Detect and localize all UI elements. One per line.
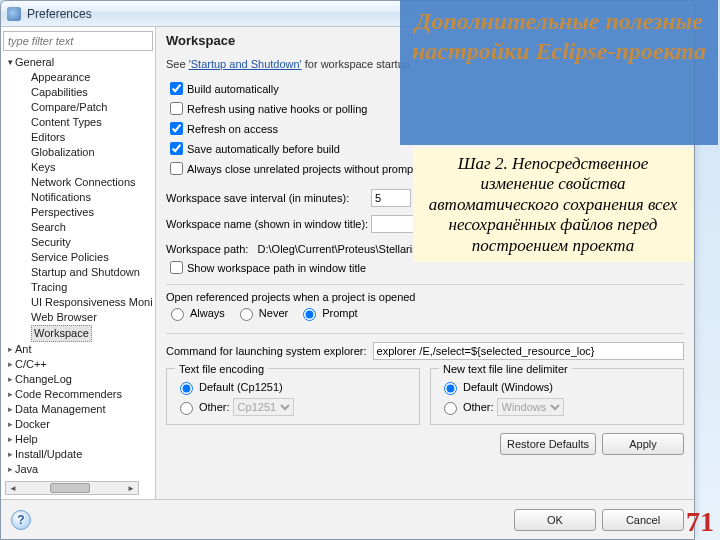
tree-item-label: Web Browser (31, 310, 97, 325)
radio-option[interactable]: Always (166, 305, 225, 321)
cancel-button[interactable]: Cancel (602, 509, 684, 531)
tree-item-label: Install/Update (15, 447, 82, 462)
show-path-checkbox[interactable] (170, 261, 183, 274)
tree-item[interactable]: Globalization (5, 145, 153, 160)
delimiter-other-select[interactable]: Windows (497, 398, 564, 416)
tree-item[interactable]: ▸ChangeLog (5, 372, 153, 387)
tree-item[interactable]: Startup and Shutdown (5, 265, 153, 280)
chevron-right-icon[interactable]: ▸ (5, 402, 15, 417)
tree-item[interactable]: Tracing (5, 280, 153, 295)
app-icon (7, 7, 21, 21)
command-label: Command for launching system explorer: (166, 345, 367, 357)
tree-item[interactable]: Keys (5, 160, 153, 175)
tree-item[interactable]: Service Policies (5, 250, 153, 265)
tree-item-label: Perspectives (31, 205, 94, 220)
chevron-right-icon[interactable]: ▸ (5, 342, 15, 357)
tree-item[interactable]: Web Browser (5, 310, 153, 325)
tree-item[interactable]: ▸Code Recommenders (5, 387, 153, 402)
encoding-other-radio[interactable] (180, 402, 193, 415)
tree-item[interactable]: Security (5, 235, 153, 250)
checkbox-label: Refresh on access (187, 123, 278, 135)
encoding-other-label: Other: (199, 401, 230, 413)
chevron-right-icon[interactable]: ▸ (5, 447, 15, 462)
tree-item[interactable]: Network Connections (5, 175, 153, 190)
open-ref-radio-group: AlwaysNeverPrompt (166, 305, 684, 321)
tree-item[interactable]: Notifications (5, 190, 153, 205)
checkbox[interactable] (170, 102, 183, 115)
encoding-group: Text file encoding Default (Cp1251) Othe… (166, 368, 420, 425)
sidebar: ▾GeneralAppearanceCapabilitiesCompare/Pa… (1, 27, 156, 499)
preferences-tree[interactable]: ▾GeneralAppearanceCapabilitiesCompare/Pa… (3, 55, 153, 495)
slide-title-overlay: Дополнительные полезные настройки Eclips… (400, 0, 718, 145)
tree-item-label: Java (15, 462, 38, 477)
tree-item-label: Data Management (15, 402, 106, 417)
delimiter-other-radio[interactable] (444, 402, 457, 415)
tree-item-label: Compare/Patch (31, 100, 107, 115)
tree-item-label: Editors (31, 130, 65, 145)
tree-item-label: Docker (15, 417, 50, 432)
tree-item[interactable]: ▸Help (5, 432, 153, 447)
tree-item[interactable]: ▸Install/Update (5, 447, 153, 462)
checkbox[interactable] (170, 142, 183, 155)
scroll-left-icon[interactable]: ◄ (6, 482, 20, 494)
tree-item-label: Network Connections (31, 175, 136, 190)
encoding-other-select[interactable]: Cp1251 (233, 398, 294, 416)
chevron-right-icon[interactable]: ▸ (5, 372, 15, 387)
save-interval-input[interactable] (371, 189, 411, 207)
checkbox[interactable] (170, 162, 183, 175)
tree-item[interactable]: ▸Data Management (5, 402, 153, 417)
radio[interactable] (240, 308, 253, 321)
tree-item-label: General (15, 55, 54, 70)
tree-item[interactable]: ▾General (5, 55, 153, 70)
tree-item[interactable]: ▸Docker (5, 417, 153, 432)
restore-defaults-button[interactable]: Restore Defaults (500, 433, 596, 455)
slide-number: 71 (686, 506, 714, 538)
chevron-right-icon[interactable]: ▸ (5, 417, 15, 432)
tree-item-label: Help (15, 432, 38, 447)
radio[interactable] (303, 308, 316, 321)
tree-item[interactable]: Appearance (5, 70, 153, 85)
tree-item[interactable]: Editors (5, 130, 153, 145)
chevron-right-icon[interactable]: ▸ (5, 357, 15, 372)
chevron-down-icon[interactable]: ▾ (5, 55, 15, 70)
encoding-default-label: Default (Cp1251) (199, 381, 283, 393)
checkbox-label: Refresh using native hooks or polling (187, 103, 367, 115)
chevron-right-icon[interactable]: ▸ (5, 387, 15, 402)
tree-item[interactable]: ▸Java (5, 462, 153, 477)
tree-item-label: Search (31, 220, 66, 235)
tree-item[interactable]: ▸C/C++ (5, 357, 153, 372)
delimiter-default-radio[interactable] (444, 382, 457, 395)
radio-label: Always (190, 307, 225, 319)
ok-button[interactable]: OK (514, 509, 596, 531)
radio-option[interactable]: Prompt (298, 305, 357, 321)
scroll-thumb[interactable] (50, 483, 90, 493)
tree-item[interactable]: Search (5, 220, 153, 235)
chevron-right-icon[interactable]: ▸ (5, 432, 15, 447)
tree-item[interactable]: Perspectives (5, 205, 153, 220)
command-input[interactable] (373, 342, 684, 360)
scroll-right-icon[interactable]: ► (124, 482, 138, 494)
tree-item[interactable]: Content Types (5, 115, 153, 130)
tree-item[interactable]: Workspace (5, 325, 153, 342)
tree-item[interactable]: Capabilities (5, 85, 153, 100)
tree-item[interactable]: ▸Ant (5, 342, 153, 357)
checkbox-label: Save automatically before build (187, 143, 340, 155)
checkbox-label: Always close unrelated projects without … (187, 163, 416, 175)
encoding-default-radio[interactable] (180, 382, 193, 395)
tree-item-label: UI Responsiveness Monitoring (31, 295, 153, 310)
radio-option[interactable]: Never (235, 305, 288, 321)
dialog-footer: ? OK Cancel (1, 499, 694, 539)
tree-item[interactable]: Compare/Patch (5, 100, 153, 115)
chevron-right-icon[interactable]: ▸ (5, 462, 15, 477)
checkbox[interactable] (170, 122, 183, 135)
checkbox[interactable] (170, 82, 183, 95)
horizontal-scrollbar[interactable]: ◄ ► (5, 481, 139, 495)
tree-item-label: Security (31, 235, 71, 250)
tree-item[interactable]: UI Responsiveness Monitoring (5, 295, 153, 310)
startup-shutdown-link[interactable]: 'Startup and Shutdown' (189, 58, 302, 70)
apply-button[interactable]: Apply (602, 433, 684, 455)
filter-input[interactable] (3, 31, 153, 51)
radio[interactable] (171, 308, 184, 321)
help-icon[interactable]: ? (11, 510, 31, 530)
tree-item-label: ChangeLog (15, 372, 72, 387)
